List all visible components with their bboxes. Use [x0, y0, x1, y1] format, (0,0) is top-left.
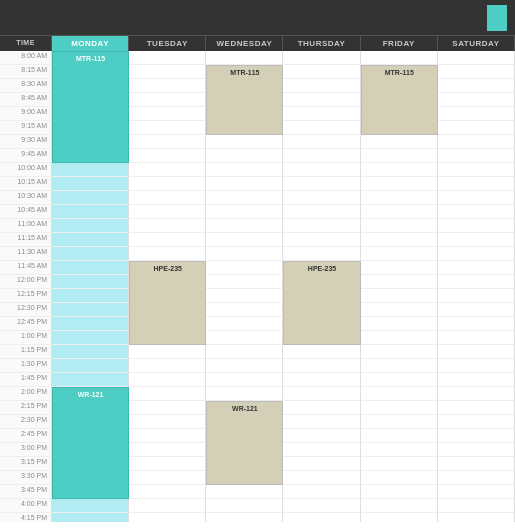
schedule-cell [129, 177, 206, 191]
schedule-cell [129, 247, 206, 261]
schedule-cell [206, 387, 283, 401]
schedule-cell [52, 233, 129, 247]
schedule-cell [206, 499, 283, 513]
schedule-cell [52, 443, 129, 457]
schedule-cell [129, 275, 206, 289]
schedule-cell [438, 499, 515, 513]
schedule-container: 8:00 AMMTR-1158:15 AMMTR-115MTR-1158:30 … [0, 51, 515, 522]
schedule-cell [438, 289, 515, 303]
schedule-cell [129, 205, 206, 219]
schedule-cell [361, 331, 438, 345]
schedule-cell [438, 149, 515, 163]
schedule-cell [52, 107, 129, 121]
time-cell: 1:30 PM [0, 359, 52, 373]
time-cell: 2:15 PM [0, 401, 52, 415]
schedule-cell [283, 205, 360, 219]
schedule-cell [361, 303, 438, 317]
schedule-cell [361, 51, 438, 65]
schedule-cell [129, 471, 206, 485]
schedule-cell [283, 191, 360, 205]
schedule-cell [361, 163, 438, 177]
time-cell: 4:15 PM [0, 513, 52, 522]
day-header-time: TIME [0, 36, 52, 51]
schedule-cell [438, 485, 515, 499]
schedule-cell [52, 65, 129, 79]
schedule-cell [52, 345, 129, 359]
schedule-cell [361, 401, 438, 415]
schedule-cell [438, 135, 515, 149]
time-cell: 2:00 PM [0, 387, 52, 401]
schedule-cell [438, 191, 515, 205]
schedule-cell [52, 149, 129, 163]
schedule-cell [361, 149, 438, 163]
schedule-cell [438, 457, 515, 471]
schedule-cell [283, 247, 360, 261]
schedule-cell [129, 219, 206, 233]
schedule-cell [129, 457, 206, 471]
schedule-cell [52, 317, 129, 331]
schedule-cell [283, 149, 360, 163]
time-cell: 2:30 PM [0, 415, 52, 429]
schedule-cell [283, 93, 360, 107]
schedule-cell [129, 149, 206, 163]
day-header-thursday: THURSDAY [283, 36, 360, 51]
schedule-cell [206, 415, 283, 429]
schedule-cell [438, 331, 515, 345]
time-cell: 12:00 PM [0, 275, 52, 289]
schedule-cell [438, 65, 515, 79]
time-cell: 12:45 PM [0, 317, 52, 331]
schedule-cell [438, 387, 515, 401]
schedule-cell [438, 233, 515, 247]
schedule-cell [52, 135, 129, 149]
schedule-cell [283, 233, 360, 247]
time-cell: 11:00 AM [0, 219, 52, 233]
schedule-cell [206, 79, 283, 93]
schedule-cell [206, 373, 283, 387]
schedule-cell [52, 205, 129, 219]
schedule-cell [283, 345, 360, 359]
schedule-cell [52, 275, 129, 289]
time-cell: 9:00 AM [0, 107, 52, 121]
schedule-cell [438, 275, 515, 289]
schedule-cell [206, 429, 283, 443]
time-cell: 10:15 AM [0, 177, 52, 191]
schedule-cell: HPE-235 [283, 261, 360, 275]
schedule-cell [361, 121, 438, 135]
schedule-cell [129, 345, 206, 359]
class-list-button[interactable] [487, 5, 507, 31]
schedule-cell [438, 415, 515, 429]
schedule-cell [438, 107, 515, 121]
schedule-cell [361, 177, 438, 191]
schedule-cell [206, 275, 283, 289]
schedule-cell [129, 303, 206, 317]
time-cell: 4:00 PM [0, 499, 52, 513]
schedule-cell [129, 65, 206, 79]
schedule-cell: MTR-115 [361, 65, 438, 79]
schedule-cell [129, 331, 206, 345]
schedule-cell [283, 275, 360, 289]
schedule-cell [283, 443, 360, 457]
time-cell: 2:45 PM [0, 429, 52, 443]
schedule-cell [206, 345, 283, 359]
schedule-cell [129, 191, 206, 205]
schedule-cell [206, 163, 283, 177]
schedule-cell [283, 163, 360, 177]
schedule-cell [361, 471, 438, 485]
schedule-cell [129, 317, 206, 331]
schedule-cell [129, 107, 206, 121]
schedule-cell [206, 219, 283, 233]
schedule-cell [361, 191, 438, 205]
time-cell: 3:00 PM [0, 443, 52, 457]
time-cell: 11:15 AM [0, 233, 52, 247]
schedule-cell [438, 345, 515, 359]
schedule-cell [283, 51, 360, 65]
schedule-cell [206, 247, 283, 261]
schedule-cell [52, 79, 129, 93]
schedule-cell [438, 359, 515, 373]
schedule-cell [129, 415, 206, 429]
schedule-cell [438, 79, 515, 93]
schedule-cell [129, 499, 206, 513]
time-cell: 9:30 AM [0, 135, 52, 149]
time-cell: 8:45 AM [0, 93, 52, 107]
schedule-cell [361, 205, 438, 219]
